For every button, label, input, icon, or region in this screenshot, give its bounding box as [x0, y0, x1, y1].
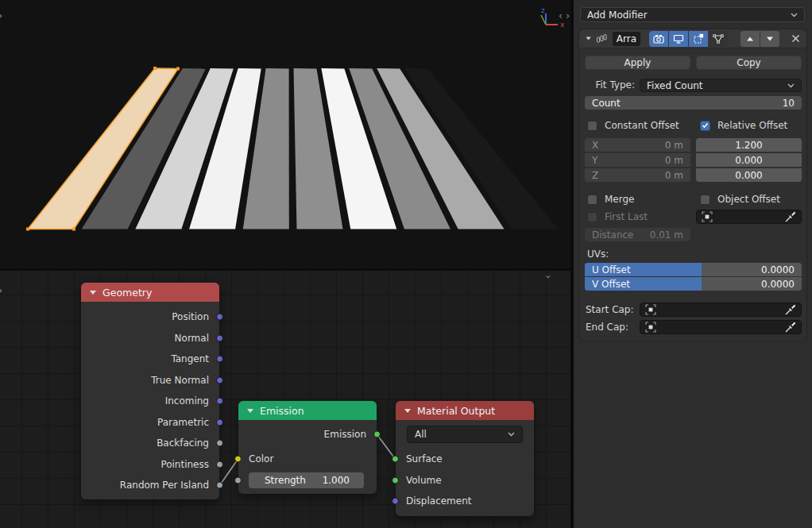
panel-expand-icon[interactable] [586, 36, 591, 41]
first-last-checkbox[interactable]: First Last [587, 211, 648, 222]
modifier-name-field[interactable]: Arra [613, 32, 640, 46]
node-row: Normal [81, 328, 219, 349]
socket-label: Backfacing [157, 437, 209, 449]
node-emission-strength-field[interactable]: Strength1.000 [249, 472, 364, 488]
relative-offset-x-field[interactable]: 1.200 [696, 138, 802, 152]
node-row: Backfacing [81, 433, 219, 454]
constant-offset-x-field[interactable]: X 0 m [585, 138, 690, 152]
end-cap-label: End Cap: [586, 322, 628, 333]
relative-offset-y-field[interactable]: 0.000 [696, 153, 802, 167]
geometry-incoming-socket[interactable] [216, 398, 223, 405]
node-geometry-header[interactable]: Geometry [81, 283, 219, 302]
checkbox-disabled-icon [587, 212, 597, 222]
geometry-position-socket[interactable] [216, 314, 223, 321]
geometry-true-normal-socket[interactable] [216, 376, 223, 383]
u-offset-slider[interactable]: U Offset 0.0000 [585, 263, 802, 276]
eyedropper-icon[interactable] [785, 211, 796, 222]
socket-label: Incoming [165, 395, 209, 407]
checkbox-unchecked-icon [700, 195, 710, 205]
node-material-output-output-target-dropdown[interactable]: All [407, 426, 523, 443]
geometry-normal-socket[interactable] [216, 334, 223, 341]
shader-node-editor[interactable]: GeometryPositionNormalTangentTrue Normal… [0, 271, 570, 528]
selected-vertex[interactable] [153, 67, 157, 70]
region-toggle-icon[interactable]: ‹ [559, 10, 563, 21]
u-offset-value: 0.0000 [761, 264, 795, 276]
material-output-volume-socket[interactable] [392, 476, 399, 484]
node-title: Material Output [417, 405, 495, 417]
emission-strength-socket[interactable] [234, 476, 242, 484]
object-offset-checkbox[interactable]: Object Offset [700, 194, 780, 205]
arrow-up-icon [746, 36, 754, 42]
relative-x-value: 1.200 [735, 140, 762, 151]
fit-type-label: Fit Type: [579, 79, 635, 92]
collapse-icon[interactable] [90, 290, 96, 295]
z-value: 0 m [665, 170, 683, 181]
relative-offset-checkbox[interactable]: Relative Offset [700, 120, 787, 131]
selected-vertex[interactable] [176, 67, 180, 71]
move-modifier-up-button[interactable] [740, 31, 760, 47]
checkbox-unchecked-icon [587, 195, 597, 205]
merge-distance-field[interactable]: Distance 0.01 m [585, 228, 690, 241]
eyedropper-icon[interactable] [785, 304, 796, 315]
collapse-icon[interactable] [247, 408, 253, 414]
region-toggle-icon[interactable]: › [0, 10, 2, 21]
node-geometry[interactable]: GeometryPositionNormalTangentTrue Normal… [81, 283, 219, 499]
fit-type-value: Fixed Count [647, 80, 703, 91]
region-toggle-icon[interactable]: › [566, 10, 570, 21]
start-cap-field[interactable] [640, 303, 802, 317]
oncage-visibility-toggle[interactable] [709, 31, 728, 47]
collapse-icon[interactable] [404, 408, 411, 414]
apply-button[interactable]: Apply [585, 56, 690, 70]
geometry-tangent-socket[interactable] [216, 356, 223, 363]
emission-color-socket[interactable] [234, 456, 242, 463]
socket-label: Tangent [171, 353, 209, 364]
selected-vertex[interactable] [72, 228, 75, 231]
geometry-parametric-socket[interactable] [216, 418, 223, 426]
geometry-backfacing-socket[interactable] [216, 440, 223, 447]
selected-vertex[interactable] [26, 228, 29, 231]
emission-emission-socket[interactable] [373, 431, 381, 438]
fit-type-dropdown[interactable]: Fixed Count [640, 79, 802, 92]
add-modifier-label: Add Modifier [587, 10, 648, 21]
y-value: 0 m [665, 155, 683, 166]
merge-label: Merge [605, 194, 634, 205]
render-visibility-toggle[interactable] [649, 31, 668, 47]
monitor-icon [673, 34, 684, 44]
copy-button[interactable]: Copy [696, 56, 802, 70]
v-offset-slider[interactable]: V Offset 0.0000 [585, 277, 802, 291]
node-material-output-header[interactable]: Material Output [396, 401, 534, 420]
u-offset-label: U Offset [592, 264, 631, 276]
modifier-settings: Apply Copy Fit Type: Fixed Count Count 1… [579, 48, 806, 341]
geometry-random-per-island-socket[interactable] [216, 482, 223, 489]
add-modifier-dropdown[interactable]: Add Modifier [580, 7, 805, 22]
node-material-output[interactable]: Material OutputAllSurfaceVolumeDisplacem… [396, 401, 534, 516]
material-output-surface-socket[interactable] [392, 456, 399, 463]
merge-checkbox[interactable]: Merge [587, 194, 634, 205]
editmode-visibility-toggle[interactable] [689, 31, 708, 47]
relative-offset-z-field[interactable]: 0.000 [696, 168, 802, 182]
checkbox-unchecked-icon [587, 121, 597, 131]
end-cap-field[interactable] [640, 320, 802, 334]
array-modifier-header[interactable]: Arra [579, 29, 806, 48]
3d-viewport[interactable]: z x › [0, 0, 570, 268]
node-emission-header[interactable]: Emission [238, 401, 377, 420]
socket-label: Pointiness [160, 459, 209, 470]
chevron-down-icon [508, 432, 515, 437]
axis-gizmo[interactable]: z x [531, 3, 570, 30]
material-output-displacement-socket[interactable] [392, 498, 399, 505]
remove-modifier-button[interactable] [791, 34, 800, 43]
constant-offset-z-field[interactable]: Z 0 m [585, 168, 690, 182]
node-emission[interactable]: EmissionEmissionColorStrength1.000 [238, 401, 377, 494]
constant-offset-checkbox[interactable]: Constant Offset [587, 120, 679, 131]
eyedropper-icon[interactable] [785, 322, 796, 333]
geometry-pointiness-socket[interactable] [216, 461, 223, 468]
socket-label: True Normal [151, 375, 209, 386]
offset-object-field[interactable] [696, 210, 802, 224]
viewport-visibility-toggle[interactable] [669, 31, 688, 47]
object-offset-label: Object Offset [717, 194, 780, 205]
constant-offset-y-field[interactable]: Y 0 m [585, 153, 690, 167]
properties-editor: Add Modifier Arra [574, 0, 812, 528]
count-field[interactable]: Count 10 [585, 96, 802, 110]
move-modifier-down-button[interactable] [760, 31, 779, 47]
arrow-down-icon [766, 36, 774, 42]
